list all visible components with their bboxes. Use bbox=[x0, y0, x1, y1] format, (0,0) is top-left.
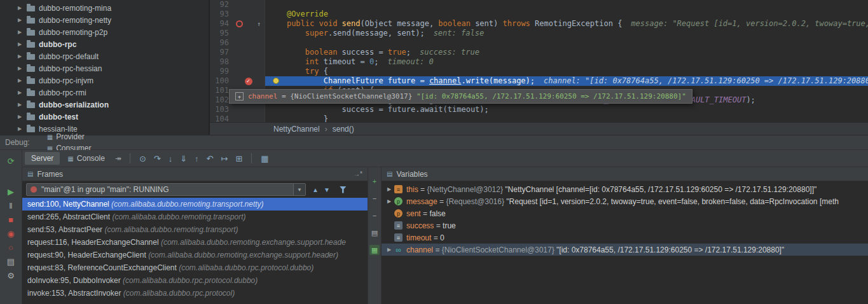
step-out-button[interactable]: ↑ bbox=[191, 154, 202, 163]
line-number[interactable]: 92 bbox=[210, 0, 232, 10]
line-number[interactable]: 99 bbox=[210, 67, 232, 76]
expand-arrow-icon[interactable]: ▶ bbox=[18, 41, 25, 47]
stack-frame[interactable]: invoke:153, AbstractInvoker (com.alibaba… bbox=[22, 287, 368, 300]
stack-frame[interactable]: request:90, HeaderExchangeClient (com.al… bbox=[22, 249, 368, 261]
chevron-down-icon[interactable]: ▼ bbox=[293, 184, 305, 195]
tree-item[interactable]: ▶dubbo-rpc-hessian bbox=[0, 62, 209, 74]
expand-arrow-icon[interactable]: ▶ bbox=[18, 78, 25, 83]
tree-item[interactable]: ▶hessian-lite bbox=[0, 123, 209, 135]
step-into-button[interactable]: ↓ bbox=[165, 154, 176, 163]
line-number[interactable]: 103 bbox=[210, 105, 232, 114]
code-line[interactable]: 92 bbox=[210, 0, 868, 10]
intention-bulb-icon[interactable] bbox=[273, 78, 279, 84]
tree-item[interactable]: ▶dubbo-rpc-injvm bbox=[0, 74, 209, 86]
tree-item[interactable]: ▶dubbo-rpc bbox=[0, 38, 209, 50]
expand-arrow-icon[interactable]: ▶ bbox=[18, 53, 25, 59]
line-number[interactable]: 93 bbox=[210, 10, 232, 19]
stack-frame[interactable]: request:116, HeaderExchangeChannel (com.… bbox=[22, 236, 368, 249]
expand-arrow-icon[interactable]: ▶ bbox=[385, 247, 393, 252]
pin-icon[interactable]: →* bbox=[354, 170, 362, 177]
breadcrumb-class[interactable]: NettyChannel bbox=[273, 125, 320, 134]
settings-button[interactable]: ⚙ bbox=[4, 268, 18, 282]
method-breakpoint-icon[interactable] bbox=[236, 20, 243, 27]
code-line[interactable]: 104 } bbox=[210, 114, 868, 122]
code-area[interactable]: 9293 @Override94↑ public void send(Objec… bbox=[210, 0, 868, 122]
line-number[interactable]: 104 bbox=[210, 114, 232, 122]
code-line[interactable]: 100✓ ChannelFuture future = channel.writ… bbox=[210, 76, 868, 86]
expand-arrow-icon[interactable]: ▶ bbox=[18, 90, 25, 95]
show-execution-point-button[interactable]: ⊙ bbox=[136, 154, 149, 163]
tab-console[interactable]: ▦Console bbox=[61, 152, 111, 165]
stack-frame[interactable]: send:53, AbstractPeer (com.alibaba.dubbo… bbox=[22, 223, 368, 236]
stack-frame[interactable]: send:100, NettyChannel (com.alibaba.dubb… bbox=[22, 198, 368, 211]
thread-selector[interactable]: "main"@1 in group "main": RUNNING ▼ bbox=[26, 183, 306, 196]
tab-server[interactable]: Server bbox=[25, 152, 60, 165]
line-number[interactable]: 100 bbox=[210, 76, 232, 86]
add-watch-button[interactable]: + bbox=[369, 176, 380, 186]
resume-button[interactable]: ▶ bbox=[4, 184, 18, 198]
tree-item[interactable]: ▶dubbo-rpc-default bbox=[0, 50, 209, 62]
force-step-into-button[interactable]: ⇓ bbox=[177, 154, 190, 163]
code-line[interactable]: 99 try { bbox=[210, 67, 868, 76]
tree-item[interactable]: ▶dubbo-test bbox=[0, 111, 209, 123]
breadcrumb-method[interactable]: send() bbox=[333, 125, 354, 134]
tree-item[interactable]: ▶dubbo-serialization bbox=[0, 99, 209, 111]
line-number[interactable]: 98 bbox=[210, 57, 232, 67]
code-line[interactable]: 96 bbox=[210, 38, 868, 48]
next-frame-button[interactable]: ▼ bbox=[321, 186, 333, 193]
code-line[interactable]: 95 super.send(message, sent);sent: false bbox=[210, 29, 868, 38]
line-number[interactable]: 95 bbox=[210, 29, 232, 38]
mute-breakpoints-button[interactable]: ○ bbox=[4, 240, 18, 254]
run-to-cursor-button[interactable]: ↦ bbox=[218, 154, 231, 163]
tree-item[interactable]: ▶dubbo-remoting-p2p bbox=[0, 26, 209, 38]
variable-row[interactable]: ▶pmessage = {Request@3016} "Request [id=… bbox=[382, 195, 868, 207]
variable-row[interactable]: ≡success = true bbox=[382, 219, 868, 231]
expand-toggle-icon[interactable]: + bbox=[235, 92, 244, 100]
expand-arrow-icon[interactable]: ▶ bbox=[385, 198, 393, 204]
variable-row[interactable]: ≡timeout = 0 bbox=[382, 231, 868, 244]
code-line[interactable]: 98 int timeout = 0;timeout: 0 bbox=[210, 57, 868, 67]
pause-button[interactable]: ‖ bbox=[4, 198, 18, 212]
prev-frame-button[interactable]: ▲ bbox=[310, 186, 321, 193]
tree-item[interactable]: ▶dubbo-rpc-rmi bbox=[0, 86, 209, 99]
expand-arrow-icon[interactable]: ▶ bbox=[385, 186, 393, 192]
thread-dump-button[interactable]: ▤ bbox=[4, 254, 18, 268]
remove-watch-button[interactable]: − bbox=[369, 193, 380, 204]
collapse-all-button[interactable]: − bbox=[369, 211, 380, 221]
line-number[interactable]: 96 bbox=[210, 38, 232, 48]
rerun-button[interactable]: ⟳ bbox=[4, 154, 18, 168]
drop-frame-button[interactable]: ↶ bbox=[203, 154, 217, 163]
evaluate-expression-button[interactable]: ⊞ bbox=[232, 154, 245, 163]
breakpoint-icon[interactable]: ✓ bbox=[245, 78, 252, 85]
copy-value-button[interactable]: ▤ bbox=[369, 228, 380, 238]
stack-frame[interactable]: send:265, AbstractClient (com.alibaba.du… bbox=[22, 211, 368, 223]
line-number[interactable]: 94 bbox=[210, 19, 232, 29]
tree-item[interactable]: ▶dubbo-remoting-netty bbox=[0, 14, 209, 26]
stop-button[interactable]: ■ bbox=[4, 212, 18, 226]
variable-row[interactable]: psent = false bbox=[382, 207, 868, 219]
expand-arrow-icon[interactable]: ▶ bbox=[18, 126, 25, 132]
expand-arrow-icon[interactable]: ▶ bbox=[18, 5, 25, 11]
scroll-to-end-icon[interactable]: ↠ bbox=[113, 154, 124, 163]
variable-row[interactable]: ▶≡this = {NettyChannel@3012} "NettyChann… bbox=[382, 183, 868, 195]
override-marker-icon[interactable]: ↑ bbox=[257, 21, 261, 27]
expand-arrow-icon[interactable]: ▶ bbox=[18, 17, 25, 23]
variable-row[interactable]: ▶∞channel = {NioClientSocketChannel@3017… bbox=[382, 244, 868, 256]
line-number[interactable]: 97 bbox=[210, 48, 232, 57]
layout-settings-button[interactable]: ▦ bbox=[258, 154, 272, 163]
expand-arrow-icon[interactable]: ▶ bbox=[18, 29, 25, 35]
code-line[interactable]: 94↑ public void send(Object message, boo… bbox=[210, 19, 868, 29]
step-over-button[interactable]: ↷ bbox=[151, 154, 164, 163]
code-line[interactable]: 103 success = future.await(timeout); bbox=[210, 105, 868, 114]
expand-arrow-icon[interactable]: ▶ bbox=[18, 114, 25, 120]
stack-frame[interactable]: doInvoke:95, DubboInvoker (com.alibaba.d… bbox=[22, 274, 368, 287]
expand-arrow-icon[interactable]: ▶ bbox=[18, 102, 25, 107]
project-tree[interactable]: ▶dubbo-remoting-mina▶dubbo-remoting-nett… bbox=[0, 0, 210, 135]
code-line[interactable]: 97 boolean success = true;success: true bbox=[210, 48, 868, 57]
stack-frame[interactable]: request:83, ReferenceCountExchangeClient… bbox=[22, 261, 368, 274]
tree-item[interactable]: ▶dubbo-remoting-mina bbox=[0, 2, 209, 14]
expand-arrow-icon[interactable]: ▶ bbox=[18, 66, 25, 71]
show-watches-toggle[interactable]: ▦ bbox=[369, 245, 380, 255]
view-breakpoints-button[interactable]: ◉ bbox=[4, 226, 18, 240]
code-line[interactable]: 93 @Override bbox=[210, 10, 868, 19]
